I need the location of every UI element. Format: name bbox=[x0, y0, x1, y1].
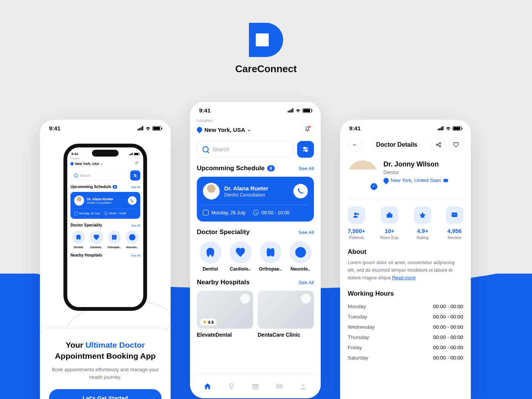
star-icon: ★ bbox=[203, 320, 207, 325]
tab-chat[interactable] bbox=[275, 382, 283, 391]
phone-icon bbox=[298, 188, 304, 194]
hour-row: Tuesday00:00 - 00:00 bbox=[348, 312, 463, 322]
speciality-dentist[interactable]: Dentist bbox=[197, 241, 224, 272]
svg-rect-7 bbox=[132, 153, 133, 155]
bell-icon[interactable] bbox=[133, 160, 140, 167]
stat-rating: 4.9+Rating bbox=[414, 206, 431, 240]
notifications-button[interactable] bbox=[301, 123, 314, 136]
svg-rect-34 bbox=[387, 214, 393, 218]
favorite-button[interactable] bbox=[449, 138, 463, 152]
working-hours-heading: Working Hours bbox=[348, 290, 463, 298]
svg-rect-4 bbox=[129, 154, 130, 155]
svg-point-32 bbox=[354, 212, 357, 215]
status-time: 9:41 bbox=[349, 125, 361, 131]
location-value: New York, USA bbox=[204, 127, 245, 133]
appointment-time: 09:00 - 10:00 bbox=[261, 210, 290, 215]
rating-badge: ★4.8 bbox=[200, 318, 217, 326]
favorite-button[interactable] bbox=[301, 294, 311, 304]
svg-point-10 bbox=[134, 174, 135, 175]
stat-patients: 7,500+Patients bbox=[348, 206, 365, 240]
onboarding-title: Your Ultimate Doctor Appointment Booking… bbox=[49, 340, 162, 361]
signal-icon bbox=[288, 108, 294, 112]
chevron-down-icon: ⌄ bbox=[247, 127, 251, 132]
signal-icon bbox=[438, 126, 444, 130]
call-button[interactable] bbox=[293, 184, 308, 198]
speciality-neurology[interactable]: Neurolo.. bbox=[287, 241, 314, 272]
doctor-speciality: Dentist bbox=[383, 169, 448, 175]
wifi-icon bbox=[295, 108, 301, 112]
wifi-icon bbox=[145, 126, 151, 130]
hour-row: Friday00:00 - 00:00 bbox=[348, 342, 463, 353]
doctor-name: Dr. Jonny Wilson bbox=[383, 160, 448, 168]
working-hours-list: Monday00:00 - 00:00 Tuesday00:00 - 00:00… bbox=[348, 301, 463, 363]
tab-home[interactable] bbox=[203, 382, 212, 391]
doctor-location[interactable]: New York, United Stats bbox=[383, 177, 448, 183]
tab-bar bbox=[190, 375, 321, 398]
svg-point-33 bbox=[357, 213, 359, 215]
svg-point-38 bbox=[454, 214, 455, 215]
status-time: 9:41 bbox=[199, 107, 211, 114]
svg-point-22 bbox=[302, 384, 305, 386]
speciality-orthopaedic[interactable]: Orthopae.. bbox=[257, 241, 284, 272]
share-icon bbox=[435, 142, 442, 148]
hour-row: Saturday00:00 - 00:00 bbox=[348, 353, 463, 363]
svg-rect-15 bbox=[292, 108, 293, 112]
doctor-photo bbox=[348, 160, 378, 191]
read-more-link[interactable]: Read more bbox=[392, 275, 416, 280]
tab-calendar[interactable] bbox=[251, 382, 260, 391]
svg-point-11 bbox=[135, 176, 136, 176]
tab-location[interactable] bbox=[227, 382, 236, 391]
hospital-card[interactable]: ★4.8 ElevateDental bbox=[197, 291, 253, 338]
hospital-image bbox=[258, 291, 314, 329]
svg-rect-2 bbox=[141, 127, 142, 130]
location-label: Location bbox=[197, 118, 314, 123]
speciality-cardiology[interactable]: Cardiolo.. bbox=[227, 241, 254, 272]
bell-icon bbox=[304, 126, 310, 132]
appointment-role: Dentist Consultation bbox=[224, 192, 268, 198]
onboarding-screen: 9:41 9:41 Location New York, USA⌄ Search… bbox=[40, 120, 171, 399]
see-all-schedule[interactable]: See All bbox=[299, 166, 314, 171]
tab-profile[interactable] bbox=[299, 382, 307, 391]
get-started-button[interactable]: Let's Get Started bbox=[49, 389, 162, 399]
appointment-doctor-name: Dr. Alana Rueter bbox=[224, 185, 268, 192]
svg-point-19 bbox=[306, 150, 307, 152]
calendar-icon bbox=[203, 210, 209, 215]
svg-rect-35 bbox=[388, 212, 391, 214]
svg-point-39 bbox=[455, 214, 456, 215]
status-bar: 9:41 bbox=[340, 120, 471, 135]
search-icon bbox=[203, 146, 209, 152]
svg-line-30 bbox=[438, 144, 439, 145]
share-button[interactable] bbox=[431, 138, 446, 152]
heart-icon bbox=[235, 247, 246, 258]
onboarding-card: Your Ultimate Doctor Appointment Booking… bbox=[40, 329, 171, 399]
back-button[interactable]: ← bbox=[348, 138, 362, 152]
see-all-nearby[interactable]: See All bbox=[299, 280, 314, 285]
status-time: 9:41 bbox=[49, 125, 60, 131]
search-input[interactable]: Search bbox=[197, 141, 293, 158]
hospital-name: ElevateDental bbox=[197, 332, 253, 338]
svg-rect-5 bbox=[130, 154, 131, 155]
status-bar: 9:41 bbox=[190, 102, 321, 117]
hospital-image: ★4.8 bbox=[197, 291, 253, 329]
divider bbox=[348, 198, 463, 199]
svg-rect-14 bbox=[291, 109, 292, 112]
appointment-date: Monday, 26 July bbox=[211, 210, 245, 215]
svg-line-31 bbox=[438, 145, 439, 146]
svg-rect-13 bbox=[289, 110, 290, 112]
appointment-card[interactable]: Dr. Alana Rueter Dentist Consultation Mo… bbox=[197, 177, 314, 222]
filter-icon bbox=[302, 146, 309, 153]
search-placeholder: Search bbox=[212, 146, 229, 152]
see-all-speciality[interactable]: See All bbox=[299, 230, 314, 235]
hospital-card[interactable]: DentaCare Clinic bbox=[258, 291, 314, 338]
briefcase-icon bbox=[386, 211, 393, 219]
svg-point-27 bbox=[436, 144, 438, 146]
hospital-name: DentaCare Clinic bbox=[258, 332, 314, 338]
favorite-button[interactable] bbox=[240, 294, 250, 304]
speciality-heading: Doctor Speciality bbox=[197, 228, 250, 236]
filter-button[interactable] bbox=[297, 141, 314, 158]
pin-icon bbox=[196, 126, 203, 133]
wifi-icon bbox=[445, 126, 451, 130]
chat-icon bbox=[451, 211, 458, 219]
location-selector[interactable]: New York, USA ⌄ bbox=[197, 127, 251, 133]
onboarding-subtitle: Book appointments effortlessly and manag… bbox=[49, 366, 162, 381]
